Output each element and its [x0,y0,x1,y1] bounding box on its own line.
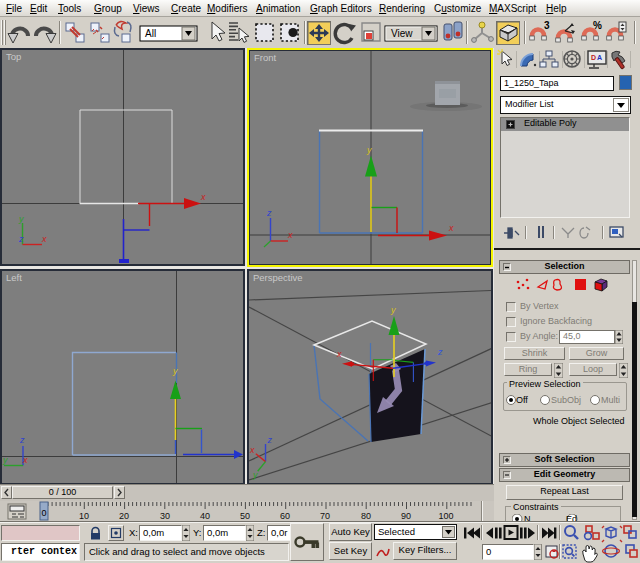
svg-text:y: y [18,214,24,224]
svg-text:x: x [22,455,28,465]
svg-text:y: y [252,470,258,480]
svg-text:80: 80 [361,511,371,521]
svg-text:60: 60 [280,511,290,521]
svg-text:10: 10 [79,511,89,521]
svg-text:View: View [391,28,413,39]
svg-text:z: z [266,435,272,445]
svg-text:100: 100 [438,511,453,521]
svg-text:30: 30 [160,511,170,521]
svg-text:A: A [597,54,602,61]
svg-text:x: x [200,192,206,202]
svg-text:90: 90 [401,511,411,521]
svg-text:y: y [2,455,8,465]
svg-text:0: 0 [41,508,46,518]
svg-text:All: All [145,28,156,39]
svg-text:40: 40 [200,511,210,521]
svg-text:x: x [448,223,454,233]
svg-text:70: 70 [320,511,330,521]
svg-text:3: 3 [544,20,550,31]
svg-text:z: z [18,234,24,244]
svg-text:x: x [336,349,342,359]
svg-text:x: x [249,445,255,455]
svg-text:%: % [593,20,602,31]
svg-text:x: x [41,234,47,244]
svg-text:y: y [172,366,178,376]
svg-text:z: z [19,435,25,445]
svg-text:x: x [287,230,293,240]
svg-text:20: 20 [119,511,129,521]
svg-text:y: y [390,305,396,315]
svg-text:z: z [437,347,443,357]
svg-text:D: D [591,54,596,61]
svg-text:z: z [266,208,272,218]
svg-text:y: y [366,145,372,155]
svg-text:50: 50 [240,511,250,521]
